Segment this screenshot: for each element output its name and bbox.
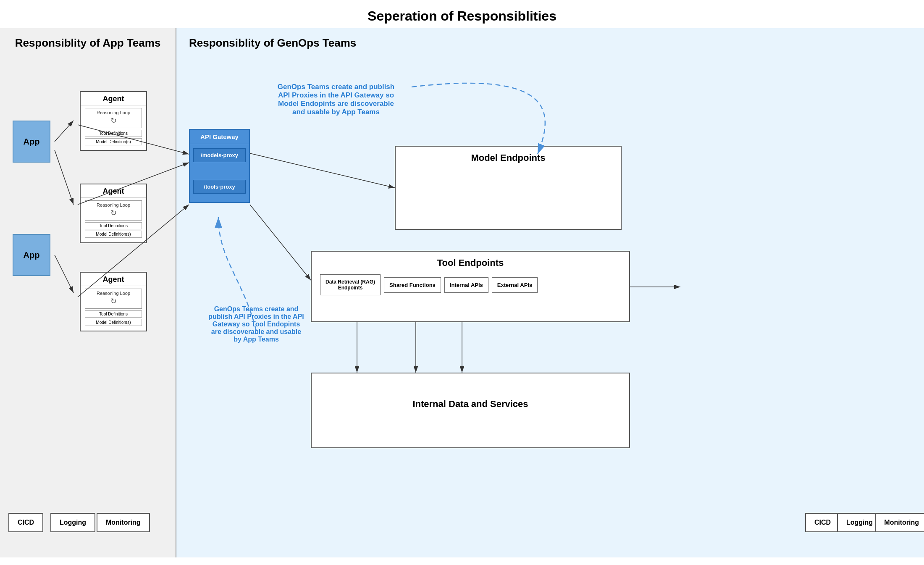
model-defs-3: Model Definition(s) <box>85 319 142 326</box>
left-panel-title: Responsiblity of App Teams <box>0 28 176 54</box>
internal-data-box: Internal Data and Services <box>311 373 630 448</box>
refresh-icon-3: ↻ <box>88 296 139 307</box>
tool-defs-3: Tool Definitions <box>85 310 142 318</box>
svg-line-8 <box>250 153 395 188</box>
internal-data-title: Internal Data and Services <box>312 373 629 415</box>
right-panel: Responsiblity of GenOps Teams API Gatewa… <box>176 28 924 557</box>
cicd-left: CICD <box>8 513 43 532</box>
api-gateway-title: API Gateway <box>190 130 249 144</box>
tool-endpoints-box: Tool Endpoints Data Retrieval (RAG) Endp… <box>311 251 630 322</box>
reasoning-loop-2: Reasoning Loop ↻ <box>85 200 142 221</box>
shared-functions: Shared Functions <box>384 277 441 293</box>
monitoring-left: Monitoring <box>97 513 150 532</box>
model-endpoints-box: Model Endpoints <box>395 146 622 230</box>
cicd-right: CICD <box>805 513 840 532</box>
svg-line-9 <box>250 205 311 280</box>
tool-defs-2: Tool Definitions <box>85 222 142 229</box>
reasoning-loop-1: Reasoning Loop ↻ <box>85 108 142 128</box>
models-proxy: /models-proxy <box>193 148 246 162</box>
app-box-2: App <box>13 234 50 276</box>
internal-apis: Internal APIs <box>444 277 488 293</box>
genops-annotation-2: GenOps Teams create and publish API Prox… <box>202 305 311 343</box>
app-label-1: App <box>24 137 40 147</box>
right-panel-title: Responsiblity of GenOps Teams <box>176 28 924 54</box>
tool-endpoints-title: Tool Endpoints <box>312 252 629 274</box>
reasoning-loop-3: Reasoning Loop ↻ <box>85 289 142 309</box>
agent-title-1: Agent <box>81 92 146 105</box>
monitoring-right: Monitoring <box>875 513 924 532</box>
genops-annotation-1: GenOps Teams create and publish API Prox… <box>260 83 412 116</box>
left-panel: Responsiblity of App Teams App App Agent… <box>0 28 176 557</box>
agent-box-1: Agent Reasoning Loop ↻ Tool Definitions … <box>80 91 147 151</box>
refresh-icon-1: ↻ <box>88 115 139 126</box>
agent-box-3: Agent Reasoning Loop ↻ Tool Definitions … <box>80 272 147 331</box>
external-apis: External APIs <box>492 277 538 293</box>
tools-proxy: /tools-proxy <box>193 180 246 194</box>
rag-endpoints: Data Retrieval (RAG) Endpoints <box>320 274 381 295</box>
app-box-1: App <box>13 121 50 163</box>
model-defs-2: Model Definition(s) <box>85 231 142 238</box>
tool-defs-1: Tool Definitions <box>85 130 142 137</box>
api-gateway: API Gateway /models-proxy /tools-proxy <box>189 129 250 203</box>
refresh-icon-2: ↻ <box>88 208 139 218</box>
model-defs-1: Model Definition(s) <box>85 138 142 145</box>
agent-box-2: Agent Reasoning Loop ↻ Tool Definitions … <box>80 184 147 243</box>
main-title: Seperation of Responsiblities <box>0 0 924 28</box>
model-endpoints-title: Model Endpoints <box>396 147 621 169</box>
agent-title-3: Agent <box>81 273 146 286</box>
app-label-2: App <box>24 250 40 260</box>
logging-left: Logging <box>50 513 95 532</box>
tool-endpoints-row: Data Retrieval (RAG) Endpoints Shared Fu… <box>312 274 629 295</box>
agent-title-2: Agent <box>81 184 146 198</box>
